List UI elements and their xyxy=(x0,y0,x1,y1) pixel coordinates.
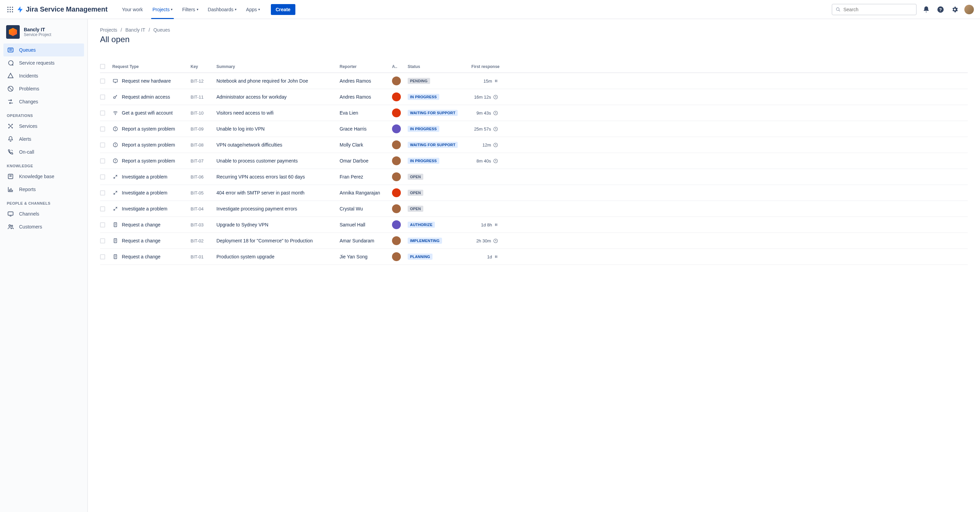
row-checkbox[interactable] xyxy=(100,254,105,259)
issue-summary[interactable]: Unable to log into VPN xyxy=(216,126,340,132)
sidebar-item-service-requests[interactable]: Service requests xyxy=(3,56,84,69)
help-icon[interactable]: ? xyxy=(936,5,945,14)
table-row[interactable]: Investigate a problem BIT-04 Investigate… xyxy=(100,201,968,217)
row-checkbox[interactable] xyxy=(100,79,105,84)
col-summary[interactable]: Summary xyxy=(216,64,340,69)
create-button[interactable]: Create xyxy=(271,4,295,15)
sidebar-item-reports[interactable]: Reports xyxy=(3,183,84,196)
sidebar-item-services[interactable]: Services xyxy=(3,120,84,133)
breadcrumb-current[interactable]: Queues xyxy=(153,27,170,33)
assignee-avatar[interactable] xyxy=(392,172,401,181)
status-badge[interactable]: IMPLEMENTING xyxy=(408,238,442,244)
status-badge[interactable]: PLANNING xyxy=(408,254,433,260)
breadcrumb-project[interactable]: Bancly IT xyxy=(125,27,145,33)
table-row[interactable]: Get a guest wifi account BIT-10 Visitors… xyxy=(100,105,968,121)
sidebar-item-changes[interactable]: Changes xyxy=(3,95,84,108)
issue-summary[interactable]: Production system upgrade xyxy=(216,254,340,259)
app-switcher-icon[interactable] xyxy=(6,5,14,14)
reporter-name[interactable]: Omar Darboe xyxy=(340,158,392,163)
reporter-name[interactable]: Molly Clark xyxy=(340,142,392,147)
nav-filters[interactable]: Filters▾ xyxy=(179,0,202,19)
reporter-name[interactable]: Andres Ramos xyxy=(340,78,392,84)
status-badge[interactable]: OPEN xyxy=(408,190,423,196)
status-badge[interactable]: OPEN xyxy=(408,206,423,212)
issue-key[interactable]: BIT-05 xyxy=(191,190,216,195)
issue-summary[interactable]: Upgrade to Sydney VPN xyxy=(216,222,340,227)
reporter-name[interactable]: Grace Harris xyxy=(340,126,392,132)
status-badge[interactable]: PENDING xyxy=(408,78,430,84)
status-badge[interactable]: IN PROGRESS xyxy=(408,158,439,164)
issue-key[interactable]: BIT-07 xyxy=(191,159,216,163)
issue-summary[interactable]: Notebook and phone required for John Doe xyxy=(216,78,340,84)
row-checkbox[interactable] xyxy=(100,143,105,147)
table-row[interactable]: Report a system problem BIT-07 Unable to… xyxy=(100,153,968,169)
issue-key[interactable]: BIT-11 xyxy=(191,95,216,100)
issue-summary[interactable]: Administrator access for workday xyxy=(216,94,340,100)
row-checkbox[interactable] xyxy=(100,222,105,227)
assignee-avatar[interactable] xyxy=(392,92,401,101)
issue-key[interactable]: BIT-09 xyxy=(191,127,216,132)
table-row[interactable]: Report a system problem BIT-09 Unable to… xyxy=(100,121,968,137)
issue-key[interactable]: BIT-01 xyxy=(191,254,216,259)
col-request-type[interactable]: Request Type xyxy=(112,64,191,69)
col-status[interactable]: Status xyxy=(408,64,466,69)
assignee-avatar[interactable] xyxy=(392,236,401,245)
assignee-avatar[interactable] xyxy=(392,156,401,165)
nav-dashboards[interactable]: Dashboards▾ xyxy=(205,0,240,19)
row-checkbox[interactable] xyxy=(100,111,105,116)
sidebar-item-incidents[interactable]: Incidents xyxy=(3,69,84,82)
status-badge[interactable]: WAITING FOR SUPPORT xyxy=(408,142,458,148)
assignee-avatar[interactable] xyxy=(392,204,401,213)
issue-summary[interactable]: 404 error with SMTP server in past month xyxy=(216,190,340,195)
reporter-name[interactable]: Jie Yan Song xyxy=(340,254,392,259)
sidebar-item-alerts[interactable]: Alerts xyxy=(3,133,84,146)
notifications-icon[interactable] xyxy=(921,5,931,14)
issue-key[interactable]: BIT-06 xyxy=(191,174,216,179)
sidebar-item-on-call[interactable]: On-call xyxy=(3,146,84,159)
select-all-checkbox[interactable] xyxy=(100,64,105,69)
status-badge[interactable]: IN PROGRESS xyxy=(408,94,439,100)
issue-summary[interactable]: VPN outage/network difficulties xyxy=(216,142,340,147)
status-badge[interactable]: AUTHORIZE xyxy=(408,222,435,228)
sidebar-item-queues[interactable]: Queues xyxy=(3,43,84,56)
table-row[interactable]: Investigate a problem BIT-06 Recurring V… xyxy=(100,169,968,185)
nav-projects[interactable]: Projects▾ xyxy=(149,0,176,19)
issue-key[interactable]: BIT-04 xyxy=(191,206,216,211)
issue-key[interactable]: BIT-02 xyxy=(191,238,216,243)
search-box[interactable] xyxy=(832,4,917,15)
issue-summary[interactable]: Investigate processing payment errors xyxy=(216,206,340,211)
issue-key[interactable]: BIT-03 xyxy=(191,222,216,227)
table-row[interactable]: Report a system problem BIT-08 VPN outag… xyxy=(100,137,968,153)
row-checkbox[interactable] xyxy=(100,159,105,163)
row-checkbox[interactable] xyxy=(100,95,105,100)
issue-summary[interactable]: Recurring VPN access errors last 60 days xyxy=(216,174,340,179)
table-row[interactable]: Investigate a problem BIT-05 404 error w… xyxy=(100,185,968,201)
table-row[interactable]: Request a change BIT-01 Production syste… xyxy=(100,249,968,265)
reporter-name[interactable]: Fran Perez xyxy=(340,174,392,179)
settings-icon[interactable] xyxy=(950,5,959,14)
project-header[interactable]: Bancly IT Service Project xyxy=(3,25,84,43)
table-row[interactable]: Request admin access BIT-11 Administrato… xyxy=(100,89,968,105)
col-first-response[interactable]: First response xyxy=(466,64,500,69)
sidebar-item-knowledge-base[interactable]: Knowledge base xyxy=(3,170,84,183)
reporter-name[interactable]: Annika Rangarajan xyxy=(340,190,392,195)
profile-avatar[interactable] xyxy=(964,5,974,14)
col-key[interactable]: Key xyxy=(191,64,216,69)
issue-key[interactable]: BIT-12 xyxy=(191,79,216,84)
table-row[interactable]: Request a change BIT-02 Deployment 18 fo… xyxy=(100,233,968,249)
table-row[interactable]: Request new hardware BIT-12 Notebook and… xyxy=(100,73,968,89)
reporter-name[interactable]: Eva Lien xyxy=(340,110,392,116)
issue-summary[interactable]: Deployment 18 for "Commerce" to Producti… xyxy=(216,238,340,243)
breadcrumb-projects[interactable]: Projects xyxy=(100,27,118,33)
status-badge[interactable]: OPEN xyxy=(408,174,423,180)
row-checkbox[interactable] xyxy=(100,238,105,243)
sidebar-item-problems[interactable]: Problems xyxy=(3,82,84,95)
table-row[interactable]: Request a change BIT-03 Upgrade to Sydne… xyxy=(100,217,968,233)
nav-apps[interactable]: Apps▾ xyxy=(243,0,263,19)
row-checkbox[interactable] xyxy=(100,206,105,211)
reporter-name[interactable]: Andres Ramos xyxy=(340,94,392,100)
status-badge[interactable]: IN PROGRESS xyxy=(408,126,439,132)
reporter-name[interactable]: Crystal Wu xyxy=(340,206,392,211)
nav-your-work[interactable]: Your work xyxy=(118,0,146,19)
issue-summary[interactable]: Visitors need access to wifi xyxy=(216,110,340,116)
